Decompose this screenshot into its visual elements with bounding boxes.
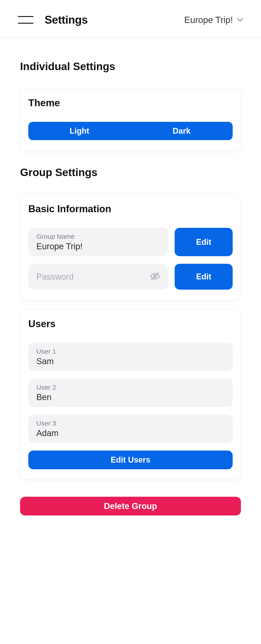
menu-icon[interactable] (18, 16, 34, 24)
user-label: User 2 (36, 384, 225, 391)
group-name-value: Europe Trip! (36, 242, 160, 251)
users-card: Users User 1 Sam User 2 Ben User 3 Adam … (20, 309, 241, 480)
page-title: Settings (44, 14, 88, 26)
group-name-field[interactable]: Group Name Europe Trip! (28, 228, 168, 256)
user-label: User 3 (36, 420, 225, 427)
group-selector[interactable]: Europe Trip! (184, 15, 243, 25)
chevron-down-icon (237, 18, 243, 22)
delete-group-button[interactable]: Delete Group (20, 497, 241, 516)
group-selector-label: Europe Trip! (184, 15, 233, 25)
basic-info-card: Basic Information Group Name Europe Trip… (20, 194, 241, 300)
user-label: User 1 (36, 348, 225, 355)
password-edit-button[interactable]: Edit (175, 264, 233, 290)
theme-option-light[interactable]: Light (28, 122, 130, 140)
user-row: User 2 Ben (28, 379, 233, 407)
theme-option-dark[interactable]: Dark (130, 122, 233, 140)
users-title: Users (28, 318, 233, 329)
group-settings-heading: Group Settings (20, 166, 241, 178)
password-placeholder: Password (36, 272, 160, 282)
user-name: Ben (36, 392, 225, 402)
group-name-label: Group Name (36, 233, 160, 240)
user-name: Sam (36, 356, 225, 366)
theme-card: Theme Light Dark (20, 88, 241, 150)
basic-info-title: Basic Information (28, 203, 233, 214)
individual-settings-heading: Individual Settings (20, 60, 241, 72)
edit-users-button[interactable]: Edit Users (28, 450, 233, 469)
theme-segmented-control: Light Dark (28, 122, 233, 140)
group-name-edit-button[interactable]: Edit (175, 228, 233, 256)
user-name: Adam (36, 428, 225, 438)
user-row: User 3 Adam (28, 414, 233, 443)
theme-card-title: Theme (28, 97, 233, 108)
user-row: User 1 Sam (28, 343, 233, 371)
password-field[interactable]: Password (28, 264, 168, 290)
eye-off-icon[interactable] (150, 271, 160, 282)
